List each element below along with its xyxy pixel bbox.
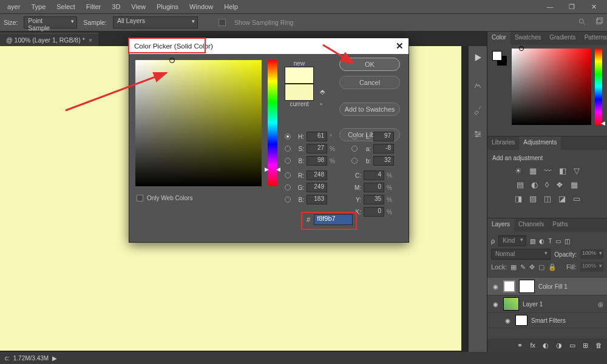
adjust-icon[interactable]: ◑ xyxy=(556,342,562,349)
tab-gradients[interactable]: Gradients xyxy=(545,32,580,45)
a-input[interactable]: -8 xyxy=(373,144,394,153)
tab-adjustments[interactable]: Adjustments xyxy=(519,136,561,150)
fill-input[interactable]: 100% xyxy=(580,262,603,272)
gamut-warning-icon[interactable]: ⬘ xyxy=(320,88,325,96)
restore-icon[interactable]: ❐ xyxy=(561,0,583,13)
fx-icon[interactable]: fx xyxy=(530,342,535,349)
adj-mixer-icon[interactable]: ❖ xyxy=(556,180,563,189)
menu-window[interactable]: Window xyxy=(185,2,218,12)
blend-mode-dropdown[interactable]: Normal xyxy=(491,249,551,260)
m-input[interactable]: 0 xyxy=(364,183,384,192)
tab-patterns[interactable]: Patterns xyxy=(580,32,607,45)
history-brush-icon[interactable] xyxy=(471,79,484,92)
h-input[interactable]: 61 xyxy=(307,132,327,141)
current-color-swatch[interactable] xyxy=(285,84,314,101)
b3-input[interactable]: 183 xyxy=(307,195,327,204)
cancel-button[interactable]: Cancel xyxy=(339,76,400,89)
websafe-warning-icon[interactable]: ▫ xyxy=(320,100,322,107)
y-input[interactable]: 35 xyxy=(364,195,384,204)
link-icon[interactable]: ⚭ xyxy=(517,342,523,349)
lock-paint-icon[interactable]: ✎ xyxy=(520,263,526,271)
visibility-icon[interactable]: ◉ xyxy=(491,283,500,290)
hex-input[interactable]: f8f9b7 xyxy=(314,214,353,225)
menu-plugins[interactable]: Plugins xyxy=(152,2,183,12)
smart-filter-icon[interactable]: ◎ xyxy=(598,301,603,308)
options-sample-dropdown[interactable]: All Layers xyxy=(113,16,198,29)
tab-swatches[interactable]: Swatches xyxy=(510,32,545,45)
tab-libraries[interactable]: Libraries xyxy=(487,136,519,150)
adj-vibrance-icon[interactable]: ▽ xyxy=(574,166,580,175)
dialog-close-icon[interactable]: ✕ xyxy=(396,41,404,52)
filter-adjust-icon[interactable]: ◐ xyxy=(539,238,544,244)
hue-strip[interactable]: ◀ xyxy=(595,49,602,125)
menu-select[interactable]: Select xyxy=(52,2,80,12)
new-layer-icon[interactable]: ⊞ xyxy=(583,342,588,349)
layer-kind-dropdown[interactable]: Kind xyxy=(498,235,526,246)
adj-photo-icon[interactable]: ◊ xyxy=(545,180,549,189)
dialog-titlebar[interactable]: Color Picker (Solid Color) ✕ xyxy=(129,38,409,54)
l-input[interactable]: 97 xyxy=(373,132,394,141)
menu-view[interactable]: View xyxy=(126,2,151,12)
radio-a[interactable] xyxy=(351,146,358,152)
play-icon[interactable] xyxy=(471,51,484,64)
new-color-swatch[interactable] xyxy=(285,67,314,84)
radio-r[interactable] xyxy=(285,172,291,178)
adj-exposure-icon[interactable]: ◧ xyxy=(559,166,566,175)
radio-b3[interactable] xyxy=(285,197,291,203)
lock-all-icon[interactable]: ▦ xyxy=(510,263,517,271)
hue-slider[interactable]: ▶◀ xyxy=(268,60,277,186)
radio-b1[interactable] xyxy=(285,158,291,164)
menu-type[interactable]: Type xyxy=(26,2,50,12)
tab-paths[interactable]: Paths xyxy=(548,218,572,232)
ok-button[interactable]: OK xyxy=(339,58,400,71)
k-input[interactable]: 0 xyxy=(364,207,384,217)
share-icon[interactable] xyxy=(595,18,603,27)
adj-selective-icon[interactable]: ◪ xyxy=(558,194,566,203)
filter-shape-icon[interactable]: ▭ xyxy=(555,238,561,244)
radio-b2[interactable] xyxy=(351,158,358,164)
group-icon[interactable]: ▭ xyxy=(569,342,575,349)
tab-layers[interactable]: Layers xyxy=(487,218,514,232)
menu-filter[interactable]: Filter xyxy=(81,2,106,12)
filter-smart-icon[interactable]: ◫ xyxy=(565,238,570,244)
settings-icon[interactable] xyxy=(471,127,484,141)
menu-layer[interactable]: ayer xyxy=(2,2,25,12)
status-arrow-icon[interactable]: ▶ xyxy=(52,355,57,362)
g-input[interactable]: 249 xyxy=(307,183,327,192)
adj-curves-icon[interactable]: 〰 xyxy=(544,166,552,175)
layer-row[interactable]: ◉ Smart Filters xyxy=(487,313,607,328)
mask-icon[interactable]: ◐ xyxy=(543,342,549,349)
c-input[interactable]: 4 xyxy=(364,170,384,180)
add-swatches-button[interactable]: Add to Swatches xyxy=(339,103,400,116)
trash-icon[interactable]: 🗑 xyxy=(595,342,602,349)
adj-levels-icon[interactable]: ▦ xyxy=(529,166,537,175)
document-tab-close-icon[interactable]: × xyxy=(89,36,92,44)
adj-gradient-icon[interactable]: ▭ xyxy=(573,194,580,203)
close-icon[interactable]: ✕ xyxy=(583,0,605,13)
fg-color-swatch[interactable] xyxy=(492,51,502,61)
adj-hue-icon[interactable]: ▤ xyxy=(517,180,524,189)
options-size-dropdown[interactable]: Point Sample xyxy=(24,16,77,29)
only-web-checkbox[interactable] xyxy=(137,195,143,201)
sv-field[interactable] xyxy=(135,60,262,186)
tab-color[interactable]: Color xyxy=(487,32,510,45)
menu-help[interactable]: Help xyxy=(219,2,243,12)
adj-posterize-icon[interactable]: ▨ xyxy=(529,194,537,203)
opacity-input[interactable]: 100% xyxy=(580,249,603,259)
adj-lookup-icon[interactable]: ▦ xyxy=(571,180,578,189)
visibility-icon[interactable]: ◉ xyxy=(491,301,500,308)
lock-lock-icon[interactable]: 🔒 xyxy=(548,263,557,271)
minimize-icon[interactable]: — xyxy=(539,0,561,13)
tab-channels[interactable]: Channels xyxy=(514,218,548,232)
color-field[interactable] xyxy=(512,49,591,125)
search-icon[interactable] xyxy=(578,18,586,27)
adj-bw-icon[interactable]: ◐ xyxy=(531,180,538,189)
visibility-icon[interactable]: ◉ xyxy=(503,317,512,324)
r-input[interactable]: 248 xyxy=(307,170,327,180)
lock-move-icon[interactable]: ✥ xyxy=(529,263,535,271)
radio-g[interactable] xyxy=(285,184,291,190)
only-web-colors[interactable]: Only Web Colors xyxy=(137,195,192,201)
document-tab[interactable]: @ 100% (Layer 1, RGB/8) * × xyxy=(0,33,98,46)
filter-pixel-icon[interactable]: ▧ xyxy=(530,238,535,244)
adj-threshold-icon[interactable]: ◫ xyxy=(544,194,551,203)
